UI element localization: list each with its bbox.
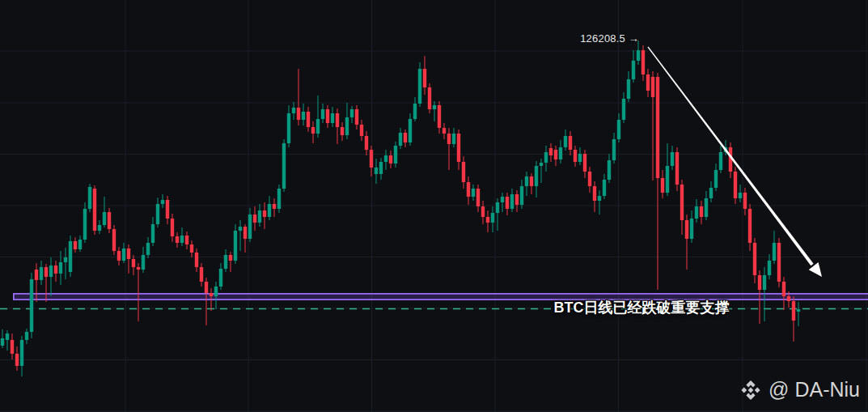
watermark: @ DA-Niu — [740, 378, 860, 401]
high-price-label: 126208.5 → — [558, 32, 639, 45]
watermark-handle: @ DA-Niu — [768, 378, 860, 401]
candles-down — [11, 45, 795, 371]
grid-lines — [0, 0, 868, 412]
binance-logo-icon — [740, 380, 761, 401]
support-broken-annotation[interactable]: BTC日线已经跌破重要支撑 — [534, 298, 749, 317]
trading-chart-screenshot: 126208.5 → BTC日线已经跌破重要支撑 @ DA-Niu — [0, 0, 868, 412]
candlestick-chart-canvas[interactable] — [0, 0, 868, 412]
